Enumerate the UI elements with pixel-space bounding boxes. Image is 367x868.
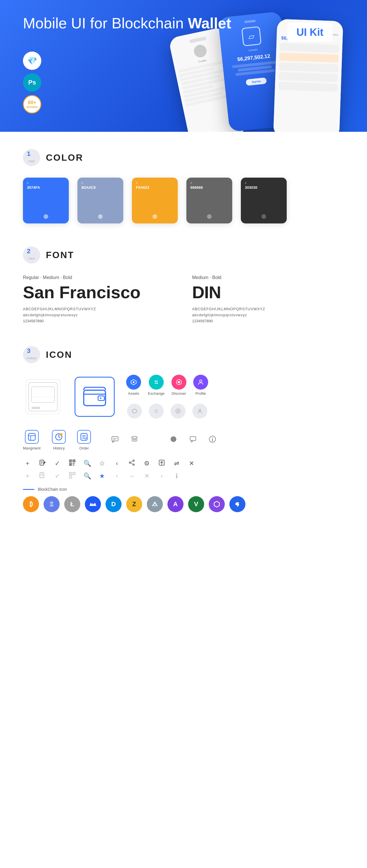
icon-nav-group: Assets Exchange (126, 375, 208, 418)
crypto-btc: ₿ (23, 496, 39, 512)
svg-point-52 (133, 464, 135, 466)
icon-check: ✓ (53, 460, 62, 467)
svg-point-16 (199, 409, 201, 411)
nav-icon-assets: Assets (126, 375, 141, 396)
svg-point-34 (212, 437, 213, 438)
blockchain-line (23, 489, 34, 490)
svg-point-50 (133, 460, 135, 462)
color-section-title: COLOR (46, 152, 83, 163)
crypto-extra (229, 496, 246, 512)
icon-export (157, 460, 166, 467)
svg-rect-41 (70, 460, 71, 462)
icon-note (38, 460, 47, 467)
font-grid: Regular · Medium · Bold San Francisco AB… (23, 275, 344, 323)
crypto-zcash: Z (126, 496, 142, 512)
svg-rect-47 (75, 463, 75, 464)
icon-gray-discover (171, 404, 186, 418)
swatch-gray: # 666666 (186, 178, 232, 223)
icon-back-dim: ‹ (112, 472, 121, 480)
crypto-polygon (209, 496, 225, 512)
svg-point-30 (132, 437, 137, 439)
icon-star-active: ★ (97, 472, 107, 480)
swatch-gray-blue: # 8DA0C8 (78, 178, 123, 223)
icon-gray-assets (127, 404, 142, 418)
svg-marker-66 (214, 501, 219, 507)
icon-share (127, 460, 137, 467)
icon-history: ! History (52, 430, 66, 450)
icon-settings: ⚙ (142, 460, 151, 467)
svg-point-51 (129, 462, 131, 464)
nav-icon-exchange: Exchange (148, 375, 165, 396)
svg-line-53 (131, 461, 133, 462)
icon-layers (128, 432, 141, 446)
crypto-dash: D (106, 496, 121, 512)
svg-point-31 (171, 436, 176, 442)
icon-circle-fill (167, 432, 180, 446)
svg-rect-17 (28, 433, 35, 440)
font-section: 2 TWO FONT Regular · Medium · Bold San F… (0, 246, 367, 346)
svg-point-9 (133, 381, 135, 383)
crypto-ltc: Ł (64, 496, 80, 512)
svg-rect-49 (75, 465, 75, 466)
nav-icon-profile: Profile (193, 375, 208, 396)
sketch-badge: 💎 (23, 52, 41, 70)
icon-gray-profile (192, 404, 207, 418)
icon-plus: + (23, 460, 32, 467)
swatch-dark: # 303030 (241, 178, 287, 223)
crypto-iota (147, 496, 163, 512)
color-section: 1 ONE COLOR # 3574FA # 8DA0C8 # F5A623 #… (0, 132, 367, 246)
ui-kit-badge: UI Kit (287, 23, 333, 42)
hero-badges: 💎 Ps 60+ Screens (23, 52, 41, 114)
icon-wireframe-container (23, 377, 63, 417)
crypto-icons-row: ₿ Ξ Ł D Z A V (23, 496, 344, 512)
icon-misc-row (108, 432, 219, 446)
hero-title: Mobile UI for Blockchain Wallet (23, 14, 231, 32)
svg-rect-5 (84, 390, 106, 406)
svg-rect-2 (32, 387, 55, 402)
swatch-orange: # F5A623 (132, 178, 178, 223)
icon-close: ✕ (187, 460, 196, 467)
util-icon-row-2: + ✓ 🔍 ★ ‹ ↔ ✕ › ℹ (23, 472, 344, 480)
icon-section-title: ICON (46, 349, 72, 360)
svg-text:!: ! (61, 434, 61, 436)
icon-gray-exchange (149, 404, 164, 418)
icon-order: Order (77, 430, 91, 450)
photoshop-badge: Ps (23, 73, 41, 92)
icon-plus-dim: + (23, 472, 32, 480)
svg-marker-13 (132, 409, 137, 413)
icon-speech-bubble (186, 432, 200, 446)
crypto-vertcoin: V (188, 496, 204, 512)
wallet-icon-svg (83, 387, 106, 407)
icon-section: 3 THREE ICON (0, 346, 367, 529)
icon-search: 🔍 (83, 460, 92, 467)
svg-line-54 (131, 463, 133, 464)
icon-note-dim (38, 472, 47, 480)
icon-x-dim: ✕ (142, 472, 151, 480)
font-sf: Regular · Medium · Bold San Francisco AB… (23, 275, 175, 323)
icon-swap: ⇌ (172, 460, 181, 467)
icon-section-header: 3 THREE ICON (23, 346, 344, 363)
icon-search-dim: 🔍 (83, 472, 92, 480)
svg-rect-61 (73, 472, 75, 475)
svg-rect-48 (73, 465, 74, 466)
blockchain-label: BlockChain Icon (23, 487, 344, 492)
color-section-number: 1 ONE (23, 149, 40, 166)
font-din: Medium · Bold DIN ABCDEFGHIJKLMNOPQRSTUV… (192, 275, 344, 323)
font-section-number: 2 TWO (23, 246, 40, 264)
icon-wireframe-svg (23, 377, 63, 417)
color-swatches: # 3574FA # 8DA0C8 # F5A623 # 666666 # 30… (23, 178, 344, 223)
svg-point-12 (200, 380, 202, 382)
svg-rect-60 (69, 472, 72, 475)
crypto-eth: Ξ (44, 496, 60, 512)
icon-bottom-row: Mangment ! History (23, 430, 344, 450)
icon-back: ‹ (112, 460, 121, 467)
icon-check-dim: ✓ (53, 472, 62, 480)
util-icon-row-1: + ✓ (23, 460, 344, 467)
hero-section: Mobile UI for Blockchain Wallet 💎 Ps 60+… (0, 0, 367, 132)
crypto-ardor: A (167, 496, 184, 512)
icon-colored-wallet (75, 377, 115, 417)
icon-star: ☆ (97, 460, 107, 467)
screens-badge: 60+ Screens (23, 95, 41, 114)
svg-rect-46 (73, 463, 74, 464)
icon-management: Mangment (23, 430, 40, 450)
